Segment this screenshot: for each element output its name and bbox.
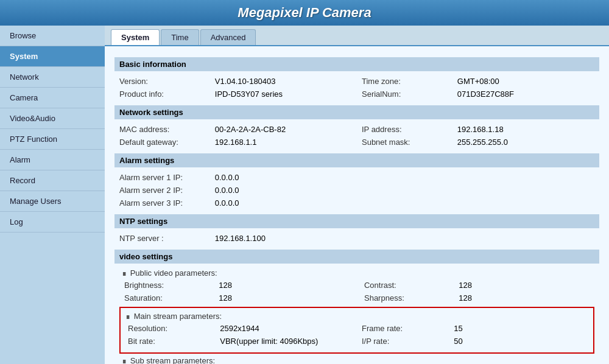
main-stream-label: ∎ Main stream parameters:: [123, 310, 591, 322]
main-bitrate-label: Bit rate:: [123, 335, 215, 348]
sidebar-item-record[interactable]: Record: [0, 170, 105, 191]
tab-advanced[interactable]: Advanced: [200, 29, 256, 45]
main-stream-section: ∎ Main stream parameters: Resolution: 25…: [114, 307, 599, 354]
gateway-value: 192.168.1.1: [210, 136, 357, 149]
public-video-label: ∎ Public video parameters:: [119, 267, 599, 279]
version-label: Version:: [114, 75, 210, 88]
table-row: Saturation: 128 Sharpness: 128: [119, 292, 599, 304]
serial-value: 071D3E27C88F: [452, 88, 599, 100]
ntp-settings-table: NTP server : 192.168.1.100: [114, 232, 599, 245]
basic-info-header: Basic information: [114, 57, 599, 71]
collapse-icon: ∎: [122, 268, 127, 278]
subnet-label: Subnet mask:: [357, 136, 452, 149]
alarm-settings-table: Alarm server 1 IP: 0.0.0.0 Alarm server …: [114, 171, 599, 209]
alarm1-label: Alarm server 1 IP:: [114, 171, 210, 184]
network-settings-header: Network settings: [114, 105, 599, 119]
table-row: Bit rate: VBR(upper limit: 4096Kbps) I/P…: [123, 335, 591, 348]
main-resolution-label: Resolution:: [123, 322, 215, 335]
timezone-value: GMT+08:00: [452, 75, 599, 88]
public-video-section: ∎ Public video parameters: Brightness: 1…: [114, 267, 599, 304]
mac-value: 00-2A-2A-2A-CB-82: [210, 123, 357, 136]
basic-info-table: Version: V1.04.10-180403 Time zone: GMT+…: [114, 75, 599, 100]
saturation-value: 128: [214, 292, 359, 304]
brightness-label: Brightness:: [119, 279, 214, 292]
product-label: Product info:: [114, 88, 210, 100]
sidebar-item-browse[interactable]: Browse: [0, 26, 105, 46]
saturation-label: Saturation:: [119, 292, 214, 304]
ntp-settings-header: NTP settings: [114, 214, 599, 228]
table-row: Product info: IPD-D53Y07 series SerialNu…: [114, 88, 599, 100]
table-row: NTP server : 192.168.1.100: [114, 232, 599, 245]
table-row: MAC address: 00-2A-2A-2A-CB-82 IP addres…: [114, 123, 599, 136]
settings-content: Basic information Version: V1.04.10-1804…: [105, 46, 609, 364]
alarm2-value: 0.0.0.0: [210, 184, 357, 197]
tab-bar: System Time Advanced: [105, 26, 609, 46]
main-content: System Time Advanced Basic information V…: [105, 26, 609, 364]
sidebar-item-log[interactable]: Log: [0, 212, 105, 233]
tab-system[interactable]: System: [111, 29, 160, 45]
table-row: Alarm server 1 IP: 0.0.0.0: [114, 171, 599, 184]
serial-label: SerialNum:: [357, 88, 452, 100]
table-row: Resolution: 2592x1944 Frame rate: 15: [123, 322, 591, 335]
main-framerate-value: 15: [449, 322, 591, 335]
timezone-label: Time zone:: [357, 75, 452, 88]
alarm2-label: Alarm server 2 IP:: [114, 184, 210, 197]
collapse-icon-sub: ∎: [122, 356, 127, 364]
sidebar-item-videoaudio[interactable]: Video&Audio: [0, 108, 105, 129]
table-row: Version: V1.04.10-180403 Time zone: GMT+…: [114, 75, 599, 88]
main-ip-value: 50: [449, 335, 591, 348]
sidebar-item-ptz[interactable]: PTZ Function: [0, 129, 105, 150]
version-value: V1.04.10-180403: [210, 75, 357, 88]
table-row: Alarm server 3 IP: 0.0.0.0: [114, 197, 599, 209]
contrast-label: Contrast:: [359, 279, 454, 292]
table-row: Brightness: 128 Contrast: 128: [119, 279, 599, 292]
sharpness-value: 128: [454, 292, 599, 304]
main-framerate-label: Frame rate:: [357, 322, 449, 335]
ip-value: 192.168.1.18: [452, 123, 599, 136]
network-settings-table: MAC address: 00-2A-2A-2A-CB-82 IP addres…: [114, 123, 599, 149]
main-stream-table: Resolution: 2592x1944 Frame rate: 15 Bit…: [123, 322, 591, 348]
ip-label: IP address:: [357, 123, 452, 136]
main-stream-highlight-box: ∎ Main stream parameters: Resolution: 25…: [119, 307, 594, 354]
gateway-label: Default gateway:: [114, 136, 210, 149]
brightness-value: 128: [214, 279, 359, 292]
collapse-icon-main: ∎: [125, 312, 130, 321]
ntp-label: NTP server :: [114, 232, 210, 245]
contrast-value: 128: [454, 279, 599, 292]
sidebar-item-manageusers[interactable]: Manage Users: [0, 191, 105, 212]
mac-label: MAC address:: [114, 123, 210, 136]
sub-stream-section: ∎ Sub stream parameters: Resolution: 640…: [114, 355, 599, 364]
alarm-settings-header: Alarm settings: [114, 153, 599, 167]
product-value: IPD-D53Y07 series: [210, 88, 357, 100]
table-row: Alarm server 2 IP: 0.0.0.0: [114, 184, 599, 197]
main-resolution-value: 2592x1944: [215, 322, 357, 335]
subnet-value: 255.255.255.0: [452, 136, 599, 149]
sub-stream-label: ∎ Sub stream parameters:: [119, 355, 599, 364]
main-ip-label: I/P rate:: [357, 335, 449, 348]
sidebar-item-network[interactable]: Network: [0, 67, 105, 88]
sidebar-item-system[interactable]: System: [0, 46, 105, 67]
sharpness-label: Sharpness:: [359, 292, 454, 304]
main-bitrate-value: VBR(upper limit: 4096Kbps): [215, 335, 357, 348]
sidebar-item-alarm[interactable]: Alarm: [0, 150, 105, 170]
app-header: Megapixel IP Camera: [0, 0, 609, 26]
tab-time[interactable]: Time: [161, 29, 199, 45]
alarm1-value: 0.0.0.0: [210, 171, 357, 184]
video-settings-header: video settings: [114, 250, 599, 264]
public-video-table: Brightness: 128 Contrast: 128 Saturation…: [119, 279, 599, 304]
sidebar: Browse System Network Camera Video&Audio…: [0, 26, 105, 364]
app-title: Megapixel IP Camera: [0, 5, 609, 21]
table-row: Default gateway: 192.168.1.1 Subnet mask…: [114, 136, 599, 149]
alarm3-value: 0.0.0.0: [210, 197, 357, 209]
alarm3-label: Alarm server 3 IP:: [114, 197, 210, 209]
ntp-value: 192.168.1.100: [210, 232, 357, 245]
sidebar-item-camera[interactable]: Camera: [0, 88, 105, 108]
